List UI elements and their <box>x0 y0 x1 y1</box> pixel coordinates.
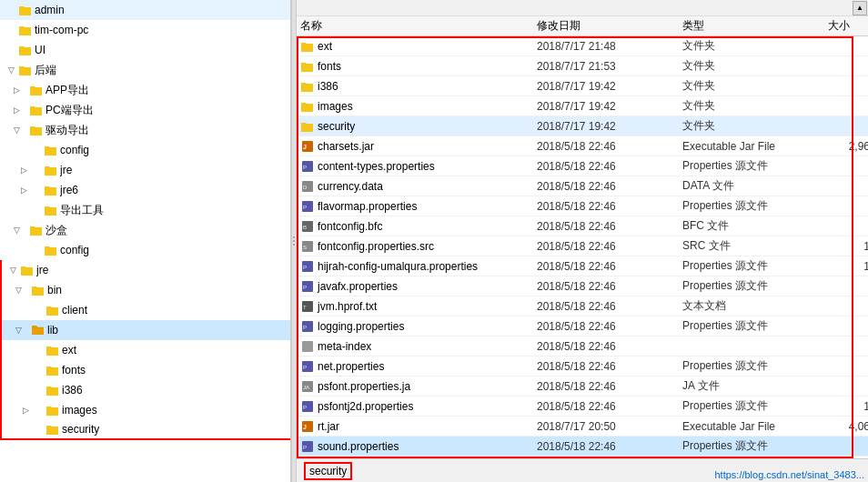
file-name-meta-index: meta-index <box>297 340 533 353</box>
tree-item-admin[interactable]: admin <box>0 0 290 20</box>
file-name-images: images <box>297 100 533 113</box>
folder-icon-security <box>45 424 60 435</box>
tree-item-ext-left[interactable]: ext <box>0 340 290 360</box>
svg-text:T: T <box>303 305 307 310</box>
tree-item-backend[interactable]: ▽ 后端 <box>0 60 290 80</box>
tree-item-sandbox-config[interactable]: config <box>0 240 290 260</box>
file-date-content-types: 2018/5/18 22:46 <box>533 160 679 173</box>
tree-item-images-left[interactable]: ▷ images <box>0 400 290 420</box>
file-row-i386[interactable]: i386 2018/7/17 19:42 文件夹 <box>297 76 868 96</box>
col-header-name[interactable]: 名称 <box>297 18 533 34</box>
file-date-charsets: 2018/5/18 22:46 <box>533 140 679 153</box>
expander-images: ▷ <box>5 406 45 415</box>
file-size-javafx: 1 KB <box>824 280 868 293</box>
tree-label-tim: tim-com-pc <box>35 24 290 36</box>
file-date-images: 2018/7/17 19:42 <box>533 100 679 113</box>
expander-app: ▷ <box>4 85 29 95</box>
file-name-sound-properties: P sound.properties <box>297 440 533 453</box>
tree-item-tim-com-pc[interactable]: tim-com-pc <box>0 20 290 40</box>
folder-icon-ui <box>18 45 33 55</box>
file-name-content-types: P content-types.properties <box>297 160 533 173</box>
file-label-logging: logging.properties <box>318 320 404 333</box>
file-row-hijrah[interactable]: P hijrah-config-umalqura.properties 2018… <box>297 256 868 276</box>
expander-pc: ▷ <box>4 105 29 115</box>
file-size-logging: 3 KB <box>824 320 868 333</box>
expander-jre-top: ▷ <box>4 166 44 175</box>
file-row-psfont-ja[interactable]: JA psfont.properties.ja 2018/5/18 22:46 … <box>297 377 868 397</box>
file-row-logging[interactable]: P logging.properties 2018/5/18 22:46 Pro… <box>297 316 868 336</box>
col-header-date[interactable]: 修改日期 <box>533 18 679 34</box>
tree-item-sandbox[interactable]: ▽ 沙盒 <box>0 220 290 240</box>
file-row-content-types[interactable]: P content-types.properties 2018/5/18 22:… <box>297 156 868 176</box>
file-label-i386: i386 <box>318 80 338 93</box>
file-label-content-types: content-types.properties <box>318 160 435 173</box>
file-table[interactable]: ext 2018/7/17 21:48 文件夹 fonts 2018/7/17 … <box>297 36 868 458</box>
file-name-rt-jar: J rt.jar <box>297 420 533 433</box>
file-size-flavormap: 4 KB <box>824 200 868 213</box>
tree-label-jre: jre <box>36 264 290 276</box>
file-row-net-properties[interactable]: P net.properties 2018/5/18 22:46 Propert… <box>297 356 868 377</box>
tree-item-pc-export[interactable]: ▷ PC端导出 <box>0 100 290 120</box>
tree-item-lib[interactable]: ▽ lib <box>0 320 290 340</box>
svg-text:P: P <box>303 445 307 450</box>
tree-item-config-driver[interactable]: config <box>0 140 290 160</box>
src-icon-fontconfig: S <box>300 240 315 253</box>
file-size-fontconfig-bfc: 4 KB <box>824 220 868 233</box>
file-row-currency[interactable]: D currency.data 2018/5/18 22:46 DATA 文件 … <box>297 176 868 196</box>
svg-text:JA: JA <box>303 385 309 390</box>
tree-item-bin[interactable]: ▽ bin <box>0 280 290 300</box>
file-date-meta-index: 2018/5/18 22:46 <box>533 340 679 353</box>
tree-label-jre-top: jre <box>60 164 290 176</box>
props-icon-net: P <box>300 360 315 373</box>
file-row-fontconfig-bfc[interactable]: B fontconfig.bfc 2018/5/18 22:46 BFC 文件 … <box>297 216 868 236</box>
file-row-flavormap[interactable]: P flavormap.properties 2018/5/18 22:46 P… <box>297 196 868 216</box>
file-date-psfont-ja: 2018/5/18 22:46 <box>533 380 679 393</box>
tree-label-images: images <box>62 404 290 417</box>
tree-item-security-left[interactable]: security <box>0 420 290 440</box>
tree-item-client[interactable]: client <box>0 300 290 320</box>
file-type-sound-properties: Properties 源文件 <box>679 438 824 454</box>
col-header-size[interactable]: 大小 <box>824 18 868 34</box>
file-date-i386: 2018/7/17 19:42 <box>533 80 679 93</box>
file-row-fontconfig-src[interactable]: S fontconfig.properties.src 2018/5/18 22… <box>297 236 868 256</box>
file-size-sound-properties: 2 KB <box>824 440 868 453</box>
svg-text:J: J <box>303 424 307 430</box>
props-icon-flavormap: P <box>300 200 315 213</box>
tree-item-jre[interactable]: ▽ jre <box>0 260 290 280</box>
tree-item-driver-export[interactable]: ▽ 驱动导出 <box>0 120 290 140</box>
tree-item-jre6[interactable]: ▷ jre6 <box>0 180 290 200</box>
file-row-psfontj2d[interactable]: P psfontj2d.properties 2018/5/18 22:46 P… <box>297 397 868 417</box>
file-name-flavormap: P flavormap.properties <box>297 200 533 213</box>
folder-icon-admin <box>18 5 33 15</box>
svg-text:P: P <box>303 205 307 210</box>
folder-icon-ext-right <box>300 41 315 52</box>
left-tree-panel[interactable]: admin tim-com-pc UI ▽ 后端 ▷ <box>0 0 291 482</box>
tree-item-jre-top[interactable]: ▷ jre <box>0 160 290 180</box>
file-row-charsets-jar[interactable]: J charsets.jar 2018/5/18 22:46 Executabl… <box>297 136 868 156</box>
file-label-hijrah: hijrah-config-umalqura.properties <box>318 260 478 273</box>
tree-item-fonts-left[interactable]: fonts <box>0 360 290 380</box>
col-header-type[interactable]: 类型 <box>679 18 824 34</box>
file-row-security[interactable]: security 2018/7/17 19:42 文件夹 <box>297 116 868 136</box>
file-size-psfont-ja: 3 KB <box>824 380 868 393</box>
tree-item-UI[interactable]: UI <box>0 40 290 60</box>
file-name-jvm-hprof: T jvm.hprof.txt <box>297 300 533 313</box>
file-row-jvm-hprof[interactable]: T jvm.hprof.txt 2018/5/18 22:46 文本文档 5 K… <box>297 296 868 316</box>
tree-item-i386-left[interactable]: i386 <box>0 380 290 400</box>
file-row-images[interactable]: images 2018/7/17 19:42 文件夹 <box>297 96 868 116</box>
file-row-javafx[interactable]: P javafx.properties 2018/5/18 22:46 Prop… <box>297 276 868 296</box>
file-row-meta-index[interactable]: meta-index 2018/5/18 22:46 3 KB <box>297 336 868 356</box>
folder-icon-app <box>29 85 44 95</box>
svg-text:P: P <box>303 325 307 330</box>
status-selected-item: security <box>304 462 352 480</box>
tree-item-export-tool[interactable]: 导出工具 <box>0 200 290 220</box>
tree-item-app-export[interactable]: ▷ APP导出 <box>0 80 290 100</box>
file-row-fonts[interactable]: fonts 2018/7/17 21:53 文件夹 <box>297 56 868 76</box>
file-row-rt-jar[interactable]: J rt.jar 2018/7/17 20:50 Executable Jar … <box>297 417 868 437</box>
file-row-sound-properties[interactable]: P sound.properties 2018/5/18 22:46 Prope… <box>297 437 868 457</box>
file-row-ext[interactable]: ext 2018/7/17 21:48 文件夹 <box>297 36 868 56</box>
scroll-up-button[interactable]: ▲ <box>853 1 867 15</box>
file-name-logging: P logging.properties <box>297 320 533 333</box>
file-label-charsets: charsets.jar <box>318 140 374 153</box>
tree-label-export-tool: 导出工具 <box>60 203 290 218</box>
